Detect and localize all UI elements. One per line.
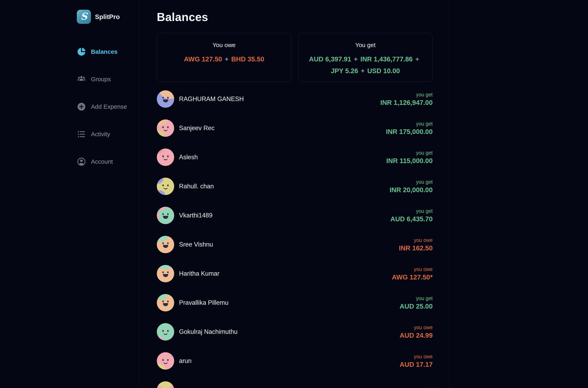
avatar-face-icon — [163, 97, 169, 102]
avatar-face-icon — [163, 300, 169, 306]
friend-avatar — [157, 148, 174, 166]
currency-amount: JPY 5.26 — [331, 65, 358, 77]
friend-balance: you get INR 115,000.00 — [386, 150, 433, 165]
plus-circle-icon — [77, 102, 86, 111]
avatar-face-icon — [163, 359, 169, 364]
friend-balance: you get AUD 6,435.70 — [390, 208, 433, 223]
sidebar-item-groups[interactable]: Groups — [77, 73, 139, 85]
friend-avatar — [157, 90, 174, 108]
plus-separator: + — [415, 53, 419, 65]
logo-letter: S — [80, 12, 87, 21]
friend-name: RAGHURAM GANESH — [179, 95, 244, 103]
friend-name: Haritha Kumar — [179, 270, 219, 277]
you-get-title: You get — [298, 42, 433, 48]
friend-row[interactable]: arun you owe AUD 17.17 — [157, 346, 433, 375]
activity-list-icon — [77, 129, 86, 139]
friend-balance: you get AUD 25.00 — [400, 295, 433, 310]
friend-name: arun — [179, 357, 191, 364]
friend-balance: you get — [416, 387, 433, 388]
friend-row[interactable]: Gokulraj Nachimuthu you owe AUD 24.99 — [157, 317, 433, 346]
friend-row[interactable]: RAGHURAM GANESH you get INR 1,126,947.00 — [157, 84, 433, 114]
page-title: Balances — [157, 11, 433, 23]
balance-direction-label: you owe — [400, 354, 433, 360]
user-icon — [77, 157, 86, 166]
friend-name: Sanjeev Rec — [179, 124, 214, 132]
friend-balance: you get INR 1,126,947.00 — [380, 92, 433, 106]
balance-amount: AWG 127.50* — [392, 273, 433, 281]
sidebar-item-activity[interactable]: Activity — [77, 128, 139, 140]
friend-balance: you get INR 20,000.00 — [390, 179, 433, 194]
friend-name: Vkarthi1489 — [179, 212, 212, 219]
balance-amount: INR 175,000.00 — [386, 128, 433, 136]
avatar-face-icon — [163, 271, 169, 277]
friend-avatar — [157, 352, 174, 370]
balance-amount: INR 162.50 — [399, 244, 433, 252]
balance-amount: INR 20,000.00 — [390, 186, 433, 194]
balance-direction-label: you get — [416, 387, 433, 388]
friend-balance: you owe INR 162.50 — [399, 237, 433, 252]
avatar-face-icon — [163, 242, 169, 248]
plus-separator: + — [361, 65, 365, 77]
friend-balance: you owe AUD 17.17 — [400, 354, 433, 368]
you-get-card: You get AUD 6,397.91+INR 1,436,777.86+JP… — [298, 33, 433, 82]
friend-avatar — [157, 265, 174, 282]
balance-amount: AUD 24.99 — [400, 332, 433, 339]
friend-name: Aslesh — [179, 154, 198, 161]
users-icon — [77, 74, 86, 84]
currency-amount: INR 1,436,777.86 — [360, 53, 413, 65]
sidebar-item-add-expense[interactable]: Add Expense — [77, 101, 139, 112]
friends-list: RAGHURAM GANESH you get INR 1,126,947.00… — [157, 84, 433, 388]
balance-amount: INR 115,000.00 — [386, 157, 433, 165]
plus-separator: + — [225, 53, 229, 65]
balance-amount: AUD 25.00 — [400, 303, 433, 310]
balance-direction-label: you get — [386, 150, 433, 156]
friend-balance: you get INR 175,000.00 — [386, 121, 433, 136]
app-name: SplitPro — [95, 13, 120, 21]
friend-avatar — [157, 236, 174, 253]
balance-direction-label: you get — [386, 121, 433, 127]
sidebar-item-label: Activity — [91, 131, 110, 138]
friend-row[interactable]: Sree Vishnu you owe INR 162.50 — [157, 230, 433, 259]
friend-row[interactable]: Sanjeev Rec you get INR 175,000.00 — [157, 114, 433, 143]
main-content: Balances You owe AWG 127.50+BHD 35.50 Yo… — [140, 0, 449, 388]
balance-amount: AUD 6,435.70 — [390, 215, 433, 223]
summary-cards: You owe AWG 127.50+BHD 35.50 You get AUD… — [157, 33, 433, 82]
friend-row[interactable]: Rahull. chan you get INR 20,000.00 — [157, 172, 433, 201]
balance-direction-label: you owe — [399, 237, 433, 243]
sidebar-nav: Balances Groups — [77, 46, 139, 167]
sidebar: S SplitPro Balances — [0, 0, 140, 388]
balance-direction-label: you owe — [400, 325, 433, 330]
app-brand[interactable]: S SplitPro — [77, 10, 139, 24]
sidebar-item-balances[interactable]: Balances — [77, 46, 139, 57]
plus-separator: + — [354, 53, 358, 65]
balance-amount: AUD 17.17 — [400, 361, 433, 368]
friend-row[interactable]: Pravallika Pillemu you get AUD 25.00 — [157, 288, 433, 317]
sidebar-item-label: Groups — [91, 76, 111, 83]
friend-name: Pravallika Pillemu — [179, 299, 229, 306]
friend-row[interactable]: you get — [157, 375, 433, 388]
sidebar-item-label: Balances — [91, 48, 118, 55]
avatar-face-icon — [163, 126, 169, 131]
balance-direction-label: you get — [390, 208, 433, 214]
you-owe-card: You owe AWG 127.50+BHD 35.50 — [157, 33, 291, 82]
friend-avatar — [157, 381, 174, 388]
friend-avatar — [157, 294, 174, 311]
balance-direction-label: you get — [400, 295, 433, 301]
you-get-amounts: AUD 6,397.91+INR 1,436,777.86+JPY 5.26+U… — [304, 53, 426, 77]
app-logo: S — [77, 10, 91, 24]
you-owe-amounts: AWG 127.50+BHD 35.50 — [163, 53, 285, 65]
friend-row[interactable]: Vkarthi1489 you get AUD 6,435.70 — [157, 201, 433, 230]
sidebar-item-account[interactable]: Account — [77, 156, 139, 167]
avatar-face-icon — [163, 213, 169, 219]
friend-row[interactable]: Aslesh you get INR 115,000.00 — [157, 143, 433, 172]
avatar-face-icon — [163, 185, 169, 189]
sidebar-item-label: Account — [91, 158, 113, 165]
friend-balance: you owe AUD 24.99 — [400, 325, 433, 339]
avatar-face-icon — [163, 330, 169, 335]
currency-amount: BHD 35.50 — [231, 53, 264, 65]
currency-amount: USD 10.00 — [367, 65, 400, 77]
balance-direction-label: you owe — [392, 266, 433, 272]
friend-avatar — [157, 323, 174, 340]
you-owe-title: You owe — [157, 42, 291, 48]
friend-row[interactable]: Haritha Kumar you owe AWG 127.50* — [157, 259, 433, 288]
